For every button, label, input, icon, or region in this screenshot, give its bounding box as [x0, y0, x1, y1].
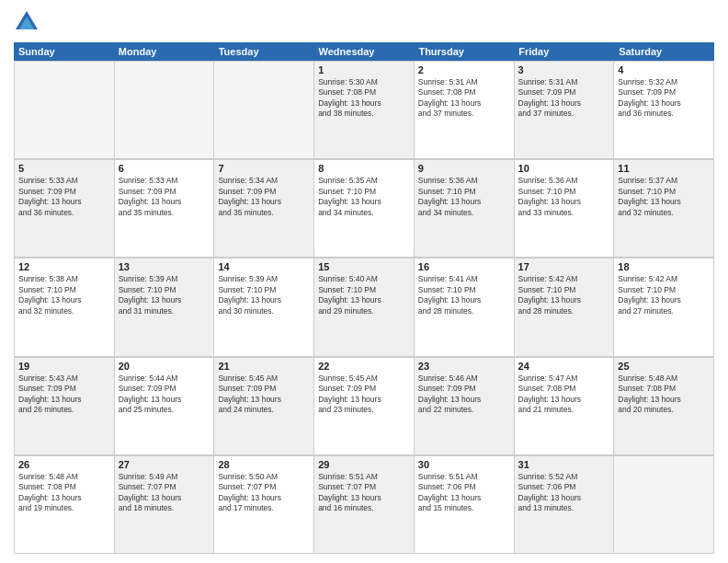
day-number: 22: [318, 361, 410, 372]
day-cell-21: 21Sunrise: 5:45 AM Sunset: 7:09 PM Dayli…: [214, 358, 314, 455]
calendar-header: SundayMondayTuesdayWednesdayThursdayFrid…: [14, 42, 714, 61]
day-number: 4: [618, 64, 710, 75]
day-number: 6: [119, 163, 210, 174]
header-day-sunday: Sunday: [14, 42, 114, 61]
day-info: Sunrise: 5:33 AM Sunset: 7:09 PM Dayligh…: [18, 176, 110, 218]
day-cell-1: 1Sunrise: 5:30 AM Sunset: 7:08 PM Daylig…: [314, 62, 415, 159]
day-number: 17: [518, 261, 610, 272]
day-info: Sunrise: 5:42 AM Sunset: 7:10 PM Dayligh…: [518, 274, 610, 316]
day-info: Sunrise: 5:32 AM Sunset: 7:09 PM Dayligh…: [618, 77, 710, 120]
day-number: 29: [318, 459, 410, 470]
day-info: Sunrise: 5:48 AM Sunset: 7:08 PM Dayligh…: [18, 472, 110, 514]
day-number: 30: [418, 459, 510, 470]
week-row-3: 12Sunrise: 5:38 AM Sunset: 7:10 PM Dayli…: [14, 258, 714, 356]
header-day-wednesday: Wednesday: [314, 42, 415, 61]
day-info: Sunrise: 5:42 AM Sunset: 7:10 PM Dayligh…: [618, 274, 710, 316]
day-info: Sunrise: 5:48 AM Sunset: 7:08 PM Dayligh…: [618, 373, 710, 416]
day-number: 23: [418, 361, 510, 372]
header-day-tuesday: Tuesday: [214, 42, 314, 61]
day-info: Sunrise: 5:41 AM Sunset: 7:10 PM Dayligh…: [418, 274, 510, 316]
day-cell-18: 18Sunrise: 5:42 AM Sunset: 7:10 PM Dayli…: [614, 259, 714, 356]
day-info: Sunrise: 5:46 AM Sunset: 7:09 PM Dayligh…: [418, 373, 510, 416]
day-number: 21: [218, 361, 310, 372]
day-number: 11: [618, 163, 710, 174]
day-number: 9: [418, 163, 510, 174]
day-cell-7: 7Sunrise: 5:34 AM Sunset: 7:09 PM Daylig…: [214, 160, 314, 258]
day-cell-25: 25Sunrise: 5:48 AM Sunset: 7:08 PM Dayli…: [614, 358, 714, 455]
day-cell-24: 24Sunrise: 5:47 AM Sunset: 7:08 PM Dayli…: [515, 358, 615, 455]
day-info: Sunrise: 5:43 AM Sunset: 7:09 PM Dayligh…: [18, 373, 110, 416]
empty-cell: [15, 62, 115, 159]
logo: [14, 9, 43, 35]
day-info: Sunrise: 5:33 AM Sunset: 7:09 PM Dayligh…: [119, 176, 210, 218]
day-info: Sunrise: 5:39 AM Sunset: 7:10 PM Dayligh…: [218, 274, 310, 316]
day-cell-13: 13Sunrise: 5:39 AM Sunset: 7:10 PM Dayli…: [115, 259, 215, 356]
day-number: 8: [318, 163, 410, 174]
empty-cell: [214, 62, 314, 159]
day-cell-5: 5Sunrise: 5:33 AM Sunset: 7:09 PM Daylig…: [15, 160, 115, 258]
day-number: 24: [518, 361, 610, 372]
week-row-4: 19Sunrise: 5:43 AM Sunset: 7:09 PM Dayli…: [14, 357, 714, 455]
day-number: 15: [318, 261, 410, 272]
day-number: 5: [18, 163, 110, 174]
day-number: 7: [218, 163, 310, 174]
week-row-2: 5Sunrise: 5:33 AM Sunset: 7:09 PM Daylig…: [14, 159, 714, 258]
day-cell-9: 9Sunrise: 5:36 AM Sunset: 7:10 PM Daylig…: [415, 160, 515, 258]
day-cell-8: 8Sunrise: 5:35 AM Sunset: 7:10 PM Daylig…: [314, 160, 415, 258]
day-cell-29: 29Sunrise: 5:51 AM Sunset: 7:07 PM Dayli…: [314, 456, 415, 554]
day-number: 13: [119, 261, 210, 272]
day-cell-20: 20Sunrise: 5:44 AM Sunset: 7:09 PM Dayli…: [115, 358, 215, 455]
header-day-saturday: Saturday: [614, 42, 714, 61]
day-info: Sunrise: 5:49 AM Sunset: 7:07 PM Dayligh…: [119, 472, 210, 514]
day-number: 19: [18, 361, 110, 372]
day-info: Sunrise: 5:35 AM Sunset: 7:10 PM Dayligh…: [318, 176, 410, 218]
day-number: 1: [318, 64, 410, 75]
day-info: Sunrise: 5:38 AM Sunset: 7:10 PM Dayligh…: [18, 274, 110, 316]
header: [14, 9, 714, 35]
day-info: Sunrise: 5:50 AM Sunset: 7:07 PM Dayligh…: [218, 472, 310, 514]
week-row-1: 1Sunrise: 5:30 AM Sunset: 7:08 PM Daylig…: [14, 61, 714, 159]
day-info: Sunrise: 5:44 AM Sunset: 7:09 PM Dayligh…: [119, 373, 210, 416]
header-day-thursday: Thursday: [414, 42, 514, 61]
calendar-body: 1Sunrise: 5:30 AM Sunset: 7:08 PM Daylig…: [14, 61, 714, 554]
day-cell-22: 22Sunrise: 5:45 AM Sunset: 7:09 PM Dayli…: [314, 358, 415, 455]
day-number: 2: [418, 64, 510, 75]
day-number: 28: [218, 459, 310, 470]
day-number: 27: [119, 459, 210, 470]
day-cell-23: 23Sunrise: 5:46 AM Sunset: 7:09 PM Dayli…: [415, 358, 515, 455]
page: SundayMondayTuesdayWednesdayThursdayFrid…: [0, 0, 728, 563]
day-info: Sunrise: 5:31 AM Sunset: 7:08 PM Dayligh…: [418, 77, 510, 120]
day-info: Sunrise: 5:40 AM Sunset: 7:10 PM Dayligh…: [318, 274, 410, 316]
day-info: Sunrise: 5:36 AM Sunset: 7:10 PM Dayligh…: [418, 176, 510, 218]
day-cell-30: 30Sunrise: 5:51 AM Sunset: 7:06 PM Dayli…: [415, 456, 515, 554]
day-info: Sunrise: 5:45 AM Sunset: 7:09 PM Dayligh…: [318, 373, 410, 416]
day-number: 12: [18, 261, 110, 272]
day-number: 14: [218, 261, 310, 272]
day-info: Sunrise: 5:30 AM Sunset: 7:08 PM Dayligh…: [318, 77, 410, 120]
day-cell-19: 19Sunrise: 5:43 AM Sunset: 7:09 PM Dayli…: [15, 358, 115, 455]
day-cell-10: 10Sunrise: 5:36 AM Sunset: 7:10 PM Dayli…: [515, 160, 615, 258]
day-number: 3: [518, 64, 610, 75]
day-number: 10: [518, 163, 610, 174]
day-info: Sunrise: 5:47 AM Sunset: 7:08 PM Dayligh…: [518, 373, 610, 416]
day-cell-28: 28Sunrise: 5:50 AM Sunset: 7:07 PM Dayli…: [214, 456, 314, 554]
day-cell-14: 14Sunrise: 5:39 AM Sunset: 7:10 PM Dayli…: [214, 259, 314, 356]
day-cell-3: 3Sunrise: 5:31 AM Sunset: 7:09 PM Daylig…: [515, 62, 615, 159]
empty-cell: [614, 456, 714, 554]
day-info: Sunrise: 5:36 AM Sunset: 7:10 PM Dayligh…: [518, 176, 610, 218]
day-cell-2: 2Sunrise: 5:31 AM Sunset: 7:08 PM Daylig…: [415, 62, 515, 159]
day-number: 18: [618, 261, 710, 272]
day-cell-4: 4Sunrise: 5:32 AM Sunset: 7:09 PM Daylig…: [614, 62, 714, 159]
day-info: Sunrise: 5:52 AM Sunset: 7:06 PM Dayligh…: [518, 472, 610, 514]
day-cell-6: 6Sunrise: 5:33 AM Sunset: 7:09 PM Daylig…: [115, 160, 215, 258]
day-cell-12: 12Sunrise: 5:38 AM Sunset: 7:10 PM Dayli…: [15, 259, 115, 356]
day-cell-11: 11Sunrise: 5:37 AM Sunset: 7:10 PM Dayli…: [614, 160, 714, 258]
day-number: 26: [18, 459, 110, 470]
logo-icon: [14, 9, 40, 35]
day-cell-31: 31Sunrise: 5:52 AM Sunset: 7:06 PM Dayli…: [515, 456, 615, 554]
day-number: 31: [518, 459, 610, 470]
header-day-friday: Friday: [514, 42, 614, 61]
day-number: 25: [618, 361, 710, 372]
day-number: 20: [119, 361, 210, 372]
empty-cell: [115, 62, 215, 159]
